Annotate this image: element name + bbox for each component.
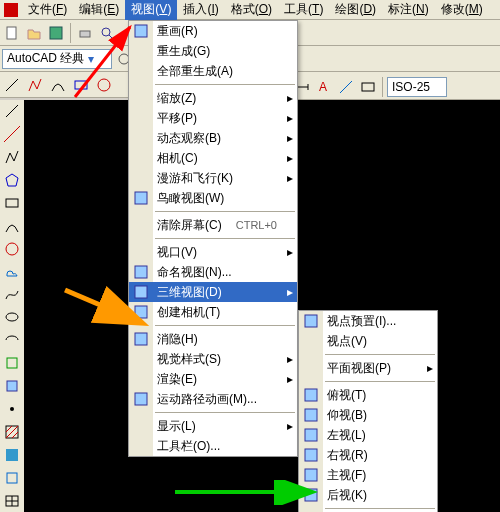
menuitem-label: 全部重生成(A) bbox=[157, 63, 233, 80]
menu-i[interactable]: 插入(I) bbox=[177, 0, 224, 20]
menuitem-label: 主视(F) bbox=[327, 467, 366, 484]
tool-cloud-icon[interactable] bbox=[1, 261, 23, 282]
aerial-icon bbox=[132, 189, 150, 207]
menuitem[interactable]: 清除屏幕(C)CTRL+0 bbox=[129, 215, 297, 235]
tool-polygon-icon[interactable] bbox=[1, 170, 23, 191]
submenu-arrow-icon: ▸ bbox=[287, 419, 293, 433]
new-icon[interactable] bbox=[2, 23, 22, 43]
menu-v[interactable]: 视图(V) bbox=[125, 0, 177, 20]
menuitem-label: 平面视图(P) bbox=[327, 360, 391, 377]
menu-f[interactable]: 文件(F) bbox=[22, 0, 73, 20]
tool-ellipsearc-icon[interactable] bbox=[1, 330, 23, 351]
dim-text-icon[interactable]: A bbox=[314, 77, 334, 97]
tool-pline-icon[interactable] bbox=[1, 147, 23, 168]
menu-n[interactable]: 标注(N) bbox=[382, 0, 435, 20]
menuitem[interactable]: 消隐(H) bbox=[129, 329, 297, 349]
app-logo-icon bbox=[4, 3, 18, 17]
tool-ellipse-icon[interactable] bbox=[1, 307, 23, 328]
svg-rect-1 bbox=[50, 27, 62, 39]
menuitem[interactable]: 缩放(Z)▸ bbox=[129, 88, 297, 108]
menuitem[interactable]: 显示(L)▸ bbox=[129, 416, 297, 436]
svg-line-6 bbox=[6, 79, 18, 91]
menuitem-label: 视觉样式(S) bbox=[157, 351, 221, 368]
svg-point-17 bbox=[10, 407, 14, 411]
tool-point-icon[interactable] bbox=[1, 399, 23, 420]
tool-spline-icon[interactable] bbox=[1, 284, 23, 305]
menuitem[interactable]: 全部重生成(A) bbox=[129, 61, 297, 81]
menuitem[interactable]: 俯视(T) bbox=[299, 385, 437, 405]
print-icon[interactable] bbox=[75, 23, 95, 43]
dim-update-icon[interactable] bbox=[358, 77, 378, 97]
tool-line-icon[interactable] bbox=[1, 101, 23, 122]
hide-icon bbox=[132, 330, 150, 348]
menu-separator bbox=[155, 84, 295, 85]
menuitem[interactable]: 创建相机(T) bbox=[129, 302, 297, 322]
tool-column-left bbox=[0, 100, 24, 512]
menuitem[interactable]: 命名视图(N)... bbox=[129, 262, 297, 282]
tool-xline-icon[interactable] bbox=[1, 124, 23, 145]
svg-line-4 bbox=[109, 35, 113, 39]
tool-hatch-icon[interactable] bbox=[1, 421, 23, 442]
save-icon[interactable] bbox=[46, 23, 66, 43]
tool-rect-icon[interactable] bbox=[1, 193, 23, 214]
menuitem[interactable]: 漫游和飞行(K)▸ bbox=[129, 168, 297, 188]
tool-gradient-icon[interactable] bbox=[1, 444, 23, 465]
svg-line-21 bbox=[12, 432, 18, 438]
menuitem[interactable]: 视口(V)▸ bbox=[129, 242, 297, 262]
menu-d[interactable]: 绘图(D) bbox=[329, 0, 382, 20]
menuitem[interactable]: 后视(K) bbox=[299, 485, 437, 505]
menu-e[interactable]: 编辑(E) bbox=[73, 0, 125, 20]
menuitem[interactable]: 相机(C)▸ bbox=[129, 148, 297, 168]
menuitem[interactable]: 渲染(E)▸ bbox=[129, 369, 297, 389]
menuitem[interactable]: 运动路径动画(M)... bbox=[129, 389, 297, 409]
workspace-combo[interactable]: AutoCAD 经典 ▾ bbox=[2, 49, 112, 69]
menuitem[interactable]: 重生成(G) bbox=[129, 41, 297, 61]
tool-region-icon[interactable] bbox=[1, 467, 23, 488]
menuitem[interactable]: 重画(R) bbox=[129, 21, 297, 41]
tool-insert-icon[interactable] bbox=[1, 353, 23, 374]
dim-edit-icon[interactable] bbox=[336, 77, 356, 97]
menu-o[interactable]: 格式(O) bbox=[225, 0, 278, 20]
menu-m[interactable]: 修改(M) bbox=[435, 0, 489, 20]
menuitem[interactable]: 主视(F) bbox=[299, 465, 437, 485]
menuitem[interactable]: 仰视(B) bbox=[299, 405, 437, 425]
line-icon[interactable] bbox=[2, 75, 22, 95]
menuitem[interactable]: 平面视图(P)▸ bbox=[299, 358, 437, 378]
menu-t[interactable]: 工具(T) bbox=[278, 0, 329, 20]
svg-rect-41 bbox=[305, 409, 317, 421]
menuitem-label: 视点预置(I)... bbox=[327, 313, 396, 330]
menuitem[interactable]: 动态观察(B)▸ bbox=[129, 128, 297, 148]
camera-icon bbox=[132, 303, 150, 321]
preview-icon[interactable] bbox=[97, 23, 117, 43]
submenu-arrow-icon: ▸ bbox=[287, 245, 293, 259]
menuitem[interactable]: 三维视图(D)▸ bbox=[129, 282, 297, 302]
svg-rect-32 bbox=[135, 25, 147, 37]
menuitem[interactable]: 视点预置(I)... bbox=[299, 311, 437, 331]
open-icon[interactable] bbox=[24, 23, 44, 43]
submenu-arrow-icon: ▸ bbox=[287, 151, 293, 165]
tool-circle-icon[interactable] bbox=[1, 238, 23, 259]
named-view-icon bbox=[132, 263, 150, 281]
submenu-arrow-icon: ▸ bbox=[287, 171, 293, 185]
menuitem[interactable]: 左视(L) bbox=[299, 425, 437, 445]
circle-icon[interactable] bbox=[94, 75, 114, 95]
submenu-arrow-icon: ▸ bbox=[287, 131, 293, 145]
menuitem[interactable]: 工具栏(O)... bbox=[129, 436, 297, 456]
submenu-arrow-icon: ▸ bbox=[287, 285, 293, 299]
menuitem-label: 漫游和飞行(K) bbox=[157, 170, 233, 187]
dimstyle-combo[interactable]: ISO-25 bbox=[387, 77, 447, 97]
menuitem-label: 后视(K) bbox=[327, 487, 367, 504]
tool-table-icon[interactable] bbox=[1, 490, 23, 511]
menuitem[interactable]: 平移(P)▸ bbox=[129, 108, 297, 128]
tool-block-icon[interactable] bbox=[1, 376, 23, 397]
rect-icon[interactable] bbox=[71, 75, 91, 95]
svg-rect-44 bbox=[305, 469, 317, 481]
menuitem[interactable]: 鸟瞰视图(W) bbox=[129, 188, 297, 208]
tool-arc-icon[interactable] bbox=[1, 215, 23, 236]
motion-icon bbox=[132, 390, 150, 408]
menuitem[interactable]: 视觉样式(S)▸ bbox=[129, 349, 297, 369]
menuitem[interactable]: 视点(V) bbox=[299, 331, 437, 351]
pline-icon[interactable] bbox=[25, 75, 45, 95]
arc-icon[interactable] bbox=[48, 75, 68, 95]
menuitem[interactable]: 右视(R) bbox=[299, 445, 437, 465]
